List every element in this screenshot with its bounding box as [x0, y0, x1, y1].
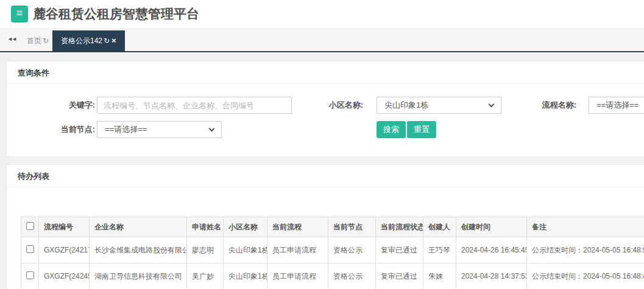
content-area: 查询条件 关键字: 小区名称: 尖山印象1栋 流程名称: ==请选择== 当前节… — [0, 54, 644, 289]
cell-creator: 王巧琴 — [423, 237, 456, 263]
app-header: ≡ 麓谷租赁公租房智慧管理平台 — [0, 0, 644, 28]
keyword-input[interactable] — [97, 97, 292, 114]
cell-creator: 朱姝 — [423, 263, 456, 289]
col-community-name: 小区名称 — [224, 217, 267, 237]
col-process-status: 当前流程状态 — [376, 217, 423, 237]
query-panel-title: 查询条件 — [7, 61, 644, 84]
select-all-checkbox[interactable] — [26, 222, 34, 230]
chevron-down-icon — [489, 102, 495, 108]
tab-qualification-publicity[interactable]: 资格公示142↻× — [52, 30, 125, 51]
col-process-no: 流程编号 — [39, 217, 90, 237]
process-select-value: ==请选择== — [596, 100, 639, 110]
cell-process-no: GXGZF(24217) — [39, 237, 90, 263]
community-select-value: 尖山印象1栋 — [384, 100, 428, 110]
cell-company-name: 湖南卫导信息科技有限公司 — [90, 263, 187, 289]
cell-process-status: 复审已通过 — [376, 237, 423, 263]
table-header-row: 流程编号 企业名称 申请姓名 小区名称 当前流程 当前节点 当前流程状态 创建人… — [21, 217, 644, 237]
cell-current-process: 员工申请流程 — [267, 263, 328, 289]
col-remark: 备注 — [527, 217, 644, 237]
cell-process-no: GXGZF(24245) — [39, 263, 90, 289]
community-name-label: 小区名称: — [308, 97, 363, 114]
cell-create-time: 2024-04-28 14:37:53 — [456, 263, 527, 289]
current-node-select-value: ==请选择== — [105, 125, 147, 134]
cell-community-name: 尖山印象1栋 — [224, 263, 267, 289]
col-creator: 创建人 — [423, 217, 456, 237]
table-row: GXGZF(24217) 长沙金维集成电路股份有限公司 廖志明 尖山印象1栋 员… — [21, 237, 644, 263]
select-all-cell — [21, 217, 39, 237]
current-node-select[interactable]: ==请选择== — [97, 121, 222, 138]
cell-applicant-name: 廖志明 — [187, 237, 224, 263]
page-title: 麓谷租赁公租房智慧管理平台 — [33, 0, 199, 28]
search-button[interactable]: 搜索 — [377, 121, 406, 138]
todo-list-panel: 待办列表 流程编号 企业名称 申请姓名 小区名称 当前流程 — [6, 164, 644, 289]
cell-remark: 公示结束时间：2024-05-05 16:48:48 — [527, 263, 644, 289]
cell-current-process: 员工申请流程 — [267, 237, 328, 263]
query-conditions-panel: 查询条件 关键字: 小区名称: 尖山印象1栋 流程名称: ==请选择== 当前节… — [6, 61, 644, 157]
chevron-down-icon — [209, 126, 215, 132]
close-icon[interactable]: × — [111, 36, 116, 45]
tab-home-label: 首页 — [27, 37, 41, 45]
keyword-label: 关键字: — [40, 97, 95, 114]
cell-community-name: 尖山印象1栋 — [224, 237, 267, 263]
collapse-tabs-icon[interactable]: ◄◄ — [5, 35, 18, 43]
col-current-process: 当前流程 — [267, 217, 328, 237]
current-node-label: 当前节点: — [40, 121, 95, 138]
col-applicant-name: 申请姓名 — [187, 217, 224, 237]
cell-applicant-name: 吴广妙 — [187, 263, 224, 289]
todo-table-wrap: 流程编号 企业名称 申请姓名 小区名称 当前流程 当前节点 当前流程状态 创建人… — [21, 217, 644, 289]
col-company-name: 企业名称 — [90, 217, 187, 237]
reset-button[interactable]: 重置 — [407, 121, 436, 138]
refresh-icon[interactable]: ↻ — [104, 37, 110, 45]
col-current-node: 当前节点 — [328, 217, 376, 237]
community-select[interactable]: 尖山印象1栋 — [377, 97, 501, 114]
cell-company-name: 长沙金维集成电路股份有限公司 — [90, 237, 187, 263]
todo-panel-title: 待办列表 — [7, 165, 644, 187]
tab-qualification-label: 资格公示142 — [61, 37, 102, 45]
tab-home[interactable]: 首页↻ — [18, 30, 57, 51]
menu-icon[interactable]: ≡ — [11, 5, 28, 23]
row-checkbox[interactable] — [26, 271, 34, 279]
cell-remark: 公示结束时间：2024-05-05 16:48:59 — [527, 237, 644, 263]
refresh-icon[interactable]: ↻ — [43, 37, 49, 45]
cell-current-node: 资格公示 — [328, 263, 376, 289]
row-checkbox[interactable] — [26, 245, 34, 253]
process-select[interactable]: ==请选择== — [589, 97, 644, 114]
todo-table: 流程编号 企业名称 申请姓名 小区名称 当前流程 当前节点 当前流程状态 创建人… — [21, 217, 644, 289]
process-name-label: 流程名称: — [522, 97, 576, 114]
cell-create-time: 2024-04-26 16:45:45 — [456, 237, 527, 263]
cell-process-status: 复审已通过 — [376, 263, 423, 289]
row-select-cell — [21, 263, 39, 289]
row-select-cell — [21, 237, 39, 263]
tab-bar: ◄◄ 首页↻ 资格公示142↻× — [0, 28, 644, 52]
col-create-time: 创建时间 — [456, 217, 527, 237]
table-row: GXGZF(24245) 湖南卫导信息科技有限公司 吴广妙 尖山印象1栋 员工申… — [21, 263, 644, 289]
cell-current-node: 资格公示 — [328, 237, 376, 263]
